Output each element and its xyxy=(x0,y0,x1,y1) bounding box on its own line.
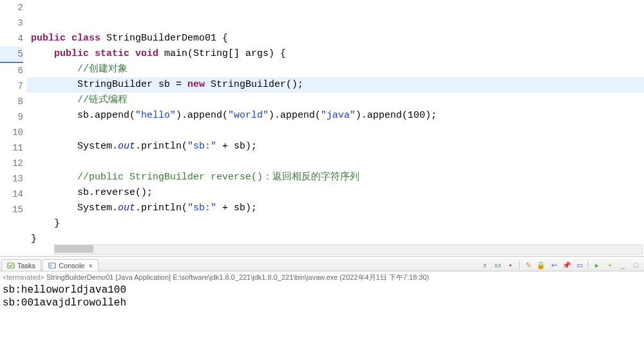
line-number: 14 xyxy=(0,187,23,202)
svg-rect-0 xyxy=(8,263,14,268)
comment-token: //链式编程 xyxy=(77,95,128,105)
text-token: + sb); xyxy=(216,203,257,214)
text-token xyxy=(66,33,71,44)
text-token: System. xyxy=(31,203,118,214)
string-token: "hello" xyxy=(135,110,176,121)
code-line[interactable]: //public StringBuilder reverse()：返回相反的字符… xyxy=(27,170,644,185)
text-token: } xyxy=(31,218,60,229)
console-output[interactable]: sb:helloworldjava100sb:001avajdlrowolleh xyxy=(0,284,644,309)
text-token: System. xyxy=(31,141,118,152)
editor-pane: 23456789101112131415 public class String… xyxy=(0,0,644,257)
line-number: 9 xyxy=(0,109,23,125)
text-token xyxy=(129,48,135,59)
text-token xyxy=(89,48,95,59)
text-token: + sb); xyxy=(216,141,257,152)
code-line[interactable]: sb.append("hello").append("world").appen… xyxy=(27,108,644,123)
text-token: .println( xyxy=(135,141,187,152)
console-line: sb:001avajdlrowolleh xyxy=(3,296,641,309)
text-token: } xyxy=(31,233,37,244)
text-token xyxy=(31,64,77,75)
line-number: 3 xyxy=(0,15,23,31)
comment-token: //public StringBuilder reverse()：返回相反的字符… xyxy=(77,172,359,183)
line-number-gutter: 23456789101112131415 xyxy=(0,0,27,256)
static-field-token: out xyxy=(118,141,135,152)
code-line[interactable]: System.out.println("sb:" + sb); xyxy=(27,139,644,154)
code-area[interactable]: public class StringBuilderDemo01 { publi… xyxy=(27,0,644,256)
text-token xyxy=(31,95,77,105)
string-token: "sb:" xyxy=(187,141,216,152)
text-token xyxy=(31,48,54,59)
code-line[interactable]: public static void main(String[] args) { xyxy=(27,46,644,62)
line-number: 15 xyxy=(0,202,23,217)
text-token: .println( xyxy=(135,203,187,214)
code-line[interactable]: sb.reverse(); xyxy=(27,185,644,201)
line-number: 2 xyxy=(0,0,23,15)
tasks-icon xyxy=(7,262,15,269)
text-token: ).append( xyxy=(176,110,228,121)
line-number: 8 xyxy=(0,94,23,109)
code-line[interactable]: //链式编程 xyxy=(27,93,644,108)
horizontal-scrollbar[interactable] xyxy=(54,244,643,255)
code-line[interactable]: System.out.println("sb:" + sb); xyxy=(27,201,644,216)
scrollbar-thumb[interactable] xyxy=(55,245,93,253)
line-number: 10 xyxy=(0,125,23,140)
text-token: ).append(100); xyxy=(355,110,437,121)
line-number: 7 xyxy=(0,78,23,94)
keyword-token: new xyxy=(187,79,205,90)
code-line[interactable]: //创建对象 xyxy=(27,62,644,77)
code-line[interactable] xyxy=(27,123,644,139)
line-number: 12 xyxy=(0,156,23,171)
text-token: sb.append( xyxy=(31,110,135,121)
keyword-token: public xyxy=(54,48,89,59)
text-token: sb.reverse(); xyxy=(31,187,153,198)
code-line[interactable]: public class StringBuilderDemo01 { xyxy=(27,31,644,46)
code-line[interactable]: } xyxy=(27,216,644,232)
line-number: 13 xyxy=(0,171,23,187)
line-number: 4 xyxy=(0,31,23,46)
string-token: "world" xyxy=(228,110,269,121)
keyword-token: void xyxy=(135,48,158,59)
keyword-token: static xyxy=(95,48,129,59)
code-line[interactable]: StringBuilder sb = new StringBuilder(); xyxy=(27,77,644,93)
keyword-token: class xyxy=(71,33,100,44)
text-token xyxy=(31,172,77,183)
text-token: StringBuilder sb = xyxy=(31,79,187,90)
text-token: StringBuilder(); xyxy=(205,79,303,90)
text-token: ).append( xyxy=(269,110,321,121)
console-line: sb:helloworldjava100 xyxy=(3,284,641,296)
text-token: main(String[] args) { xyxy=(158,48,286,59)
line-number: 11 xyxy=(0,140,23,156)
string-token: "sb:" xyxy=(187,203,216,214)
static-field-token: out xyxy=(118,203,135,214)
string-token: "java" xyxy=(321,110,355,121)
comment-token: //创建对象 xyxy=(77,64,128,75)
keyword-token: public xyxy=(31,33,66,44)
line-number: 6 xyxy=(0,63,23,78)
code-line[interactable] xyxy=(27,154,644,170)
line-number: 5 xyxy=(0,46,23,63)
text-token: StringBuilderDemo01 { xyxy=(100,33,228,44)
